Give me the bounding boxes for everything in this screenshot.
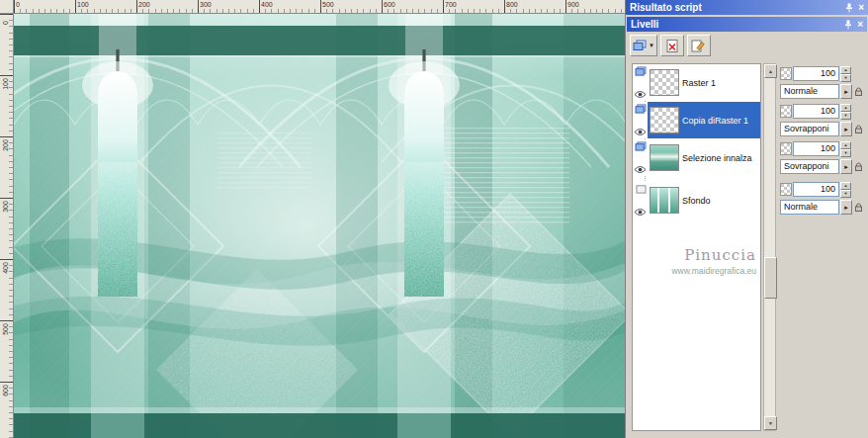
layer-name: Selezione innalza	[682, 153, 752, 163]
ruler-label-v: 500	[2, 321, 10, 337]
layer-row-rail	[633, 64, 648, 101]
scroll-up-button[interactable]: ▲	[764, 64, 777, 78]
ruler-label-h: 100	[77, 1, 89, 9]
canvas-area: 0100200300400500600700800900 01002003004…	[0, 0, 625, 438]
artwork-image	[14, 14, 625, 438]
eye-icon[interactable]	[634, 90, 647, 99]
layer-thumbnail[interactable]	[650, 144, 679, 171]
opacity-preview	[780, 67, 792, 80]
eye-icon[interactable]	[634, 128, 647, 136]
eye-icon[interactable]	[634, 165, 647, 174]
blend-dropdown-icon[interactable]: ▸	[840, 159, 852, 174]
layer-stack-icon	[635, 104, 647, 114]
blend-dropdown-icon[interactable]: ▸	[840, 84, 852, 99]
lock-icon[interactable]	[854, 125, 863, 134]
ruler-label-v: 0	[2, 15, 10, 31]
opacity-spinner: ▲ ▼	[840, 182, 851, 198]
layer-row-rail	[633, 182, 648, 219]
ruler-label-h: 500	[322, 1, 334, 9]
ruler-label-v: 200	[2, 137, 10, 153]
watermark-name: Pinuccia	[671, 246, 756, 264]
watermark-url: www.maidiregrafica.eu	[671, 266, 756, 276]
spinner-down-icon[interactable]: ▼	[840, 149, 851, 157]
pin-icon[interactable]	[843, 20, 853, 30]
layer-name: Sfondo	[682, 196, 711, 206]
layer-properties-button[interactable]	[687, 35, 711, 56]
ruler-label-h: 900	[567, 1, 579, 9]
layer-controls-column: 100 ▲ ▼ Normale ▸ 100	[780, 65, 867, 219]
ruler-label-v: 100	[2, 76, 10, 92]
layer-thumbnail[interactable]	[650, 187, 679, 214]
spinner-up-icon[interactable]: ▲	[840, 141, 851, 149]
opacity-input[interactable]: 100	[793, 141, 839, 156]
spinner-up-icon[interactable]: ▲	[840, 182, 851, 190]
ruler-label-h: 400	[261, 1, 273, 9]
layer-row-main[interactable]: Raster 1	[648, 64, 760, 101]
lock-icon[interactable]	[854, 162, 863, 172]
spinner-down-icon[interactable]: ▼	[840, 74, 851, 82]
layer-row-selezione-innalza[interactable]: Selezione innalza	[633, 139, 760, 176]
layer-row-main[interactable]: Selezione innalza	[648, 139, 760, 176]
horizontal-ruler[interactable]: 0100200300400500600700800900	[14, 0, 625, 14]
ruler-label-v: 400	[2, 260, 10, 276]
ruler-label-v: 300	[2, 199, 10, 215]
opacity-input[interactable]: 100	[793, 104, 839, 119]
layers-toolbar: ▼	[630, 35, 711, 56]
ruler-label-h: 200	[138, 1, 150, 9]
spinner-up-icon[interactable]: ▲	[840, 104, 851, 112]
opacity-input[interactable]: 100	[793, 182, 839, 197]
pin-icon[interactable]	[844, 3, 854, 13]
new-layer-icon	[633, 40, 647, 51]
opacity-preview	[780, 142, 792, 155]
ruler-label-h: 600	[384, 1, 395, 9]
spinner-down-icon[interactable]: ▼	[840, 190, 851, 198]
opacity-spinner: ▲ ▼	[840, 104, 851, 120]
layer-controls-raster1: 100 ▲ ▼ Normale ▸	[780, 65, 867, 100]
opacity-spinner: ▲ ▼	[840, 141, 851, 157]
layer-stack-icon	[635, 66, 647, 76]
layer-row-copia-diraster1[interactable]: Copia diRaster 1	[633, 102, 760, 138]
right-panel-dock: Risultato script × Livelli × ▼	[625, 0, 868, 438]
ruler-label-h: 0	[16, 1, 20, 9]
ruler-label-h: 800	[506, 1, 518, 9]
layer-thumbnail[interactable]	[650, 107, 679, 133]
layer-list-scrollbar[interactable]: ▲ ▼	[763, 63, 776, 431]
layer-row-sfondo[interactable]: Sfondo	[633, 182, 760, 219]
new-layer-button[interactable]: ▼	[630, 35, 657, 56]
blend-mode-select[interactable]: Sovrapponi	[780, 159, 839, 174]
lock-icon[interactable]	[854, 87, 863, 97]
blend-dropdown-icon[interactable]: ▸	[840, 200, 852, 215]
vertical-ruler[interactable]: 0100200300400500600	[0, 14, 14, 438]
layer-row-main-selected[interactable]: Copia diRaster 1	[648, 102, 760, 138]
layers-panel-title: Livelli	[631, 19, 843, 30]
close-icon[interactable]: ×	[857, 20, 863, 30]
watermark: Pinuccia www.maidiregrafica.eu	[671, 246, 756, 276]
opacity-preview	[780, 183, 792, 196]
layer-controls-selezione-innalza: 100 ▲ ▼ Sovrapponi ▸	[780, 140, 867, 175]
ruler-label-h: 700	[445, 1, 457, 9]
blend-mode-select[interactable]: Normale	[780, 200, 839, 215]
blend-mode-select[interactable]: Normale	[780, 84, 839, 99]
layers-panel-header[interactable]: Livelli ×	[627, 17, 867, 32]
scrollbar-thumb[interactable]	[764, 257, 777, 299]
eye-icon[interactable]	[634, 208, 647, 217]
layer-name: Copia diRaster 1	[682, 116, 748, 126]
scroll-down-button[interactable]: ▼	[764, 416, 777, 430]
blend-dropdown-icon[interactable]: ▸	[840, 122, 852, 136]
layer-row-raster1[interactable]: Raster 1	[633, 64, 760, 101]
blend-mode-select[interactable]: Sovrapponi	[780, 122, 839, 136]
layer-row-main[interactable]: Sfondo	[648, 182, 760, 219]
script-result-panel-header[interactable]: Risultato script ×	[626, 0, 868, 15]
layer-list: Raster 1 Copia diRaster 1	[632, 63, 761, 431]
layer-stack-icon	[635, 141, 647, 151]
opacity-preview	[780, 105, 792, 118]
spinner-up-icon[interactable]: ▲	[840, 66, 851, 74]
opacity-input[interactable]: 100	[793, 66, 839, 81]
close-icon[interactable]: ×	[858, 3, 864, 13]
layer-name: Raster 1	[682, 78, 716, 88]
canvas-artwork[interactable]	[14, 14, 625, 438]
spinner-down-icon[interactable]: ▼	[840, 112, 851, 120]
layer-thumbnail[interactable]	[650, 69, 679, 96]
lock-icon[interactable]	[854, 203, 863, 213]
delete-layer-button[interactable]	[660, 35, 684, 56]
